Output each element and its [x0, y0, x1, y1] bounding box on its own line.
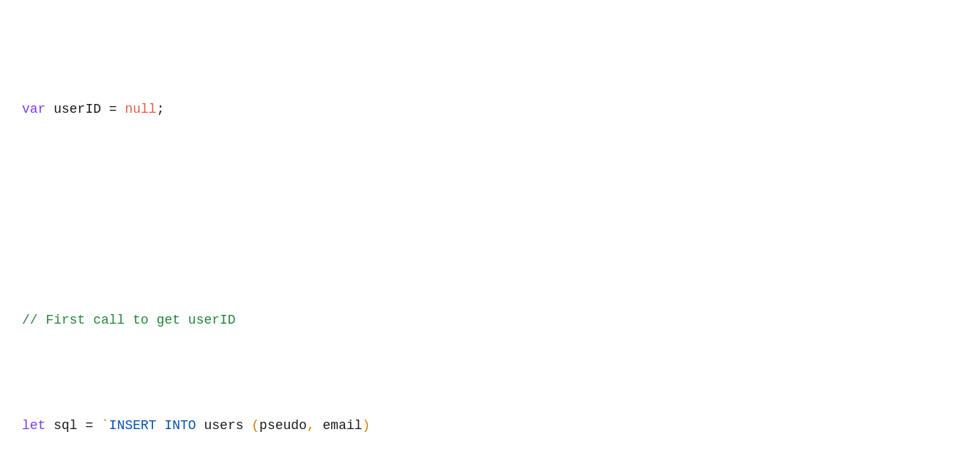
var-sql: sql — [53, 415, 77, 436]
comment-text: // First call to get userID — [22, 310, 236, 331]
sql-table-users: users — [204, 415, 243, 436]
sql-insert: INSERT INTO — [109, 415, 196, 436]
keyword-var: var — [22, 99, 45, 120]
code-line: var userID = null; — [22, 99, 958, 120]
code-editor: var userID = null; // First call to get … — [0, 0, 980, 454]
keyword-let: let — [22, 415, 45, 436]
code-content: var userID = null; // First call to get … — [22, 15, 958, 454]
code-line-blank — [22, 204, 958, 226]
code-comment-1: // First call to get userID — [22, 310, 958, 331]
sql-col-email: email — [323, 415, 363, 436]
sql-col-pseudo: pseudo — [259, 415, 307, 436]
code-line-sql: let sql = `INSERT INTO users (pseudo, em… — [22, 415, 958, 436]
template-literal-open: ` — [101, 415, 109, 436]
var-userid: userID — [53, 99, 101, 120]
null-value: null — [125, 99, 156, 120]
